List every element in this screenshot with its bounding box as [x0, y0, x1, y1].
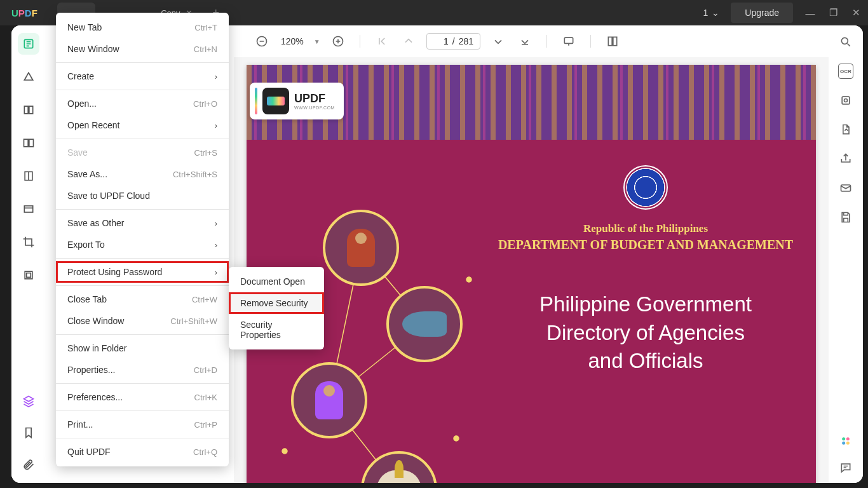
- titlebar-right: 1 ⌄ Upgrade — ❐ ✕: [703, 3, 862, 23]
- menu-print[interactable]: Print...Ctrl+P: [56, 414, 229, 435]
- menu-separator: [56, 285, 229, 286]
- close-window-button[interactable]: ✕: [850, 7, 862, 18]
- page-layout-icon[interactable]: [604, 32, 621, 50]
- updf-watermark: UPDF WWW.UPDF.COM: [250, 83, 344, 119]
- ai-icon[interactable]: [838, 433, 853, 449]
- svg-rect-8: [27, 273, 31, 278]
- svg-point-15: [842, 442, 845, 445]
- upgrade-button[interactable]: Upgrade: [731, 3, 793, 23]
- crop-mode-icon[interactable]: [18, 231, 39, 253]
- department-text: DEPARTMENT OF BUDGET AND MANAGEMENT: [494, 238, 797, 252]
- search-icon[interactable]: [838, 34, 853, 50]
- menu-new-window[interactable]: New WindowCtrl+N: [56, 38, 229, 60]
- svg-rect-3: [24, 139, 29, 147]
- zoom-out-icon[interactable]: [253, 32, 271, 50]
- svg-rect-10: [842, 97, 850, 104]
- svg-point-29: [454, 436, 459, 441]
- menu-close-window[interactable]: Close WindowCtrl+Shift+W: [56, 310, 229, 332]
- menu-separator: [56, 438, 229, 438]
- attachment-icon[interactable]: [18, 454, 39, 475]
- menu-protect-password[interactable]: Protect Using Password›: [56, 261, 229, 283]
- file-menu: New TabCtrl+T New WindowCtrl+N Create› O…: [56, 13, 229, 466]
- separator: [546, 35, 547, 48]
- document-title: Philippine Government Directory of Agenc…: [494, 290, 797, 376]
- menu-new-tab[interactable]: New TabCtrl+T: [56, 17, 229, 38]
- submenu-security-properties[interactable]: Security Properties: [229, 314, 324, 346]
- share-icon[interactable]: [838, 151, 853, 166]
- svg-rect-2: [29, 106, 33, 114]
- svg-point-16: [846, 442, 850, 445]
- chevron-right-icon: ›: [215, 240, 217, 250]
- zoom-in-icon[interactable]: [329, 32, 347, 50]
- svg-point-9: [841, 37, 848, 44]
- menu-save[interactable]: SaveCtrl+S: [56, 142, 229, 163]
- reader-mode-icon[interactable]: [18, 33, 39, 55]
- page-indicator[interactable]: / 281: [426, 33, 480, 50]
- svg-point-27: [466, 277, 471, 282]
- menu-separator: [56, 139, 229, 139]
- menu-show-folder[interactable]: Show in Folder: [56, 337, 229, 359]
- organize-mode-icon[interactable]: [18, 132, 39, 154]
- next-page-icon[interactable]: [489, 32, 507, 50]
- chevron-down-icon: ⌄: [712, 8, 719, 18]
- presentation-icon[interactable]: [560, 32, 578, 50]
- menu-quit[interactable]: Quit UPDFCtrl+Q: [56, 441, 229, 463]
- menu-save-other[interactable]: Save as Other›: [56, 212, 229, 234]
- page-total: 281: [459, 36, 473, 46]
- form-mode-icon[interactable]: [18, 165, 39, 187]
- menu-save-as[interactable]: Save As...Ctrl+Shift+S: [56, 163, 229, 185]
- menu-export-to[interactable]: Export To›: [56, 234, 229, 255]
- decorative-pattern: UPDF WWW.UPDF.COM: [247, 65, 816, 140]
- bookmark-icon[interactable]: [18, 422, 39, 444]
- zoom-value: 120%: [281, 36, 304, 46]
- maximize-button[interactable]: ❐: [827, 7, 839, 18]
- prev-page-icon[interactable]: [400, 32, 417, 50]
- zoom-dropdown-icon[interactable]: ▼: [314, 38, 320, 45]
- layers-icon[interactable]: [18, 390, 39, 412]
- watermark-url: WWW.UPDF.COM: [294, 105, 335, 110]
- menu-properties[interactable]: Properties...Ctrl+D: [56, 359, 229, 381]
- menu-create[interactable]: Create›: [56, 65, 229, 87]
- save-icon[interactable]: [838, 210, 853, 225]
- ocr-icon[interactable]: OCR: [838, 64, 853, 79]
- circle-person-1: [323, 210, 399, 286]
- comment-panel-icon[interactable]: [838, 460, 853, 475]
- svg-rect-6: [24, 206, 32, 212]
- menu-open-recent[interactable]: Open Recent›: [56, 114, 229, 136]
- circle-fish: [386, 286, 463, 362]
- export-icon[interactable]: [838, 122, 853, 137]
- pdf-page: UPDF WWW.UPDF.COM Republic of the Philip…: [247, 65, 816, 483]
- right-sidebar: OCR: [829, 25, 863, 483]
- watermark-icon[interactable]: [838, 93, 853, 108]
- email-icon[interactable]: [838, 180, 853, 196]
- menu-separator: [56, 410, 229, 411]
- menu-separator: [56, 62, 229, 63]
- edit-mode-icon[interactable]: [18, 99, 39, 121]
- menu-save-cloud[interactable]: Save to UPDF Cloud: [56, 185, 229, 207]
- menu-preferences[interactable]: Preferences...Ctrl+K: [56, 386, 229, 408]
- svg-rect-19: [564, 37, 573, 43]
- separator: [590, 35, 591, 48]
- chevron-right-icon: ›: [215, 72, 217, 81]
- minimize-button[interactable]: —: [804, 8, 816, 18]
- chevron-right-icon: ›: [215, 219, 217, 228]
- svg-point-14: [846, 437, 850, 440]
- comment-mode-icon[interactable]: [18, 66, 39, 88]
- svg-rect-4: [29, 139, 34, 147]
- compress-mode-icon[interactable]: [18, 264, 39, 286]
- app-logo: UPDF: [11, 8, 37, 18]
- redact-mode-icon[interactable]: [18, 198, 39, 220]
- last-page-icon[interactable]: [516, 32, 534, 50]
- window-count[interactable]: 1 ⌄: [703, 8, 720, 18]
- menu-close-tab[interactable]: Close TabCtrl+W: [56, 288, 229, 310]
- menu-separator: [56, 258, 229, 259]
- watermark-logo-icon: [262, 88, 289, 114]
- separator: [360, 35, 360, 48]
- watermark-title: UPDF: [294, 92, 335, 105]
- first-page-icon[interactable]: [373, 32, 391, 50]
- page-current-input[interactable]: [433, 36, 449, 46]
- submenu-document-open[interactable]: Document Open: [229, 271, 324, 292]
- republic-text: Republic of the Philippines: [494, 222, 797, 235]
- menu-open[interactable]: Open...Ctrl+O: [56, 93, 229, 114]
- submenu-remove-security[interactable]: Remove Security: [229, 292, 324, 314]
